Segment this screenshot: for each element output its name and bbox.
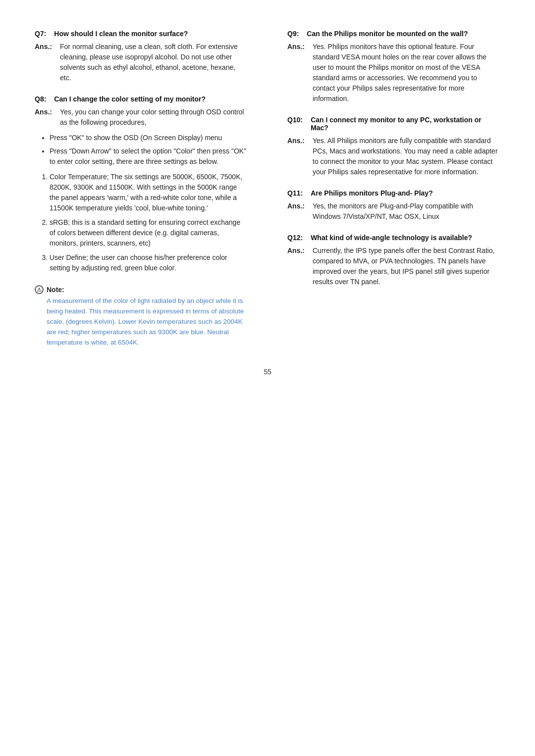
- q7-text: How should I clean the monitor surface?: [49, 30, 188, 38]
- note-text: A measurement of the color of light radi…: [47, 296, 248, 348]
- q9-label: Q9:: [287, 30, 299, 38]
- q8-block: Q8: Can I change the color setting of my…: [35, 95, 248, 273]
- q11-block: Q11: Are Philips monitors Plug-and- Play…: [287, 189, 500, 222]
- q8-ans-text: Yes, you can change your color setting t…: [55, 107, 248, 128]
- q12-question: Q12: What kind of wide-angle technology …: [287, 234, 500, 242]
- q9-ans-text: Yes. Philips monitors have this optional…: [308, 42, 500, 104]
- q11-ans-text: Yes, the monitors are Plug-and-Play comp…: [308, 201, 500, 222]
- two-column-layout: Q7: How should I clean the monitor surfa…: [35, 30, 500, 348]
- q7-ans-text: For normal cleaning, use a clean, soft c…: [55, 42, 248, 83]
- q11-question: Q11: Are Philips monitors Plug-and- Play…: [287, 189, 500, 197]
- q12-answer: Ans.: Currently, the IPS type panels off…: [287, 246, 500, 287]
- numbered-list: Color Temperature; The six settings are …: [50, 172, 248, 273]
- q9-ans-label: Ans.:: [287, 42, 305, 104]
- q10-text: Can I connect my monitor to any PC, work…: [306, 116, 500, 132]
- note-block: ⚠ Note: A measurement of the color of li…: [35, 285, 248, 348]
- note-label: Note:: [47, 286, 64, 294]
- q9-block: Q9: Can the Philips monitor be mounted o…: [287, 30, 500, 104]
- q7-question: Q7: How should I clean the monitor surfa…: [35, 30, 248, 38]
- numbered-item-1: Color Temperature; The six settings are …: [50, 172, 248, 213]
- numbered-item-2: sRGB; this is a standard setting for ens…: [50, 217, 248, 249]
- q10-label: Q10:: [287, 116, 303, 132]
- q9-question: Q9: Can the Philips monitor be mounted o…: [287, 30, 500, 38]
- q10-answer: Ans.: Yes. All Philips monitors are full…: [287, 136, 500, 177]
- q8-question: Q8: Can I change the color setting of my…: [35, 95, 248, 103]
- q12-block: Q12: What kind of wide-angle technology …: [287, 234, 500, 287]
- q12-label: Q12:: [287, 234, 303, 242]
- q11-label: Q11:: [287, 189, 303, 197]
- q8-label: Q8:: [35, 95, 46, 103]
- right-column: Q9: Can the Philips monitor be mounted o…: [277, 30, 500, 348]
- q7-label: Q7:: [35, 30, 46, 38]
- q8-answer: Ans.: Yes, you can change your color set…: [35, 107, 248, 128]
- q7-ans-label: Ans.:: [35, 42, 52, 83]
- q9-text: Can the Philips monitor be mounted on th…: [302, 30, 468, 38]
- q11-ans-label: Ans.:: [287, 201, 305, 222]
- q11-text: Are Philips monitors Plug-and- Play?: [306, 189, 433, 197]
- note-header: ⚠ Note:: [35, 285, 248, 294]
- q11-answer: Ans.: Yes, the monitors are Plug-and-Pla…: [287, 201, 500, 222]
- q9-answer: Ans.: Yes. Philips monitors have this op…: [287, 42, 500, 104]
- left-column: Q7: How should I clean the monitor surfa…: [35, 30, 258, 348]
- bullet-item-2: Press "Down Arrow" to select the option …: [50, 146, 248, 167]
- page-number: 55: [35, 368, 500, 376]
- q10-question: Q10: Can I connect my monitor to any PC,…: [287, 116, 500, 132]
- q12-ans-label: Ans.:: [287, 246, 305, 287]
- q7-answer: Ans.: For normal cleaning, use a clean, …: [35, 42, 248, 83]
- page-container: Q7: How should I clean the monitor surfa…: [0, 0, 535, 756]
- q12-text: What kind of wide-angle technology is av…: [306, 234, 472, 242]
- q12-ans-text: Currently, the IPS type panels offer the…: [308, 246, 500, 287]
- q8-text: Can I change the color setting of my mon…: [49, 95, 206, 103]
- note-icon: ⚠: [35, 285, 44, 294]
- q8-ans-label: Ans.:: [35, 107, 52, 128]
- bullet-item-1: Press "OK" to show the OSD (On Screen Di…: [50, 133, 248, 143]
- q10-ans-text: Yes. All Philips monitors are fully comp…: [308, 136, 500, 177]
- bullet-list: Press "OK" to show the OSD (On Screen Di…: [50, 133, 248, 167]
- numbered-item-3: User Define; the user can choose his/her…: [50, 252, 248, 273]
- q10-ans-label: Ans.:: [287, 136, 305, 177]
- q7-block: Q7: How should I clean the monitor surfa…: [35, 30, 248, 83]
- q10-block: Q10: Can I connect my monitor to any PC,…: [287, 116, 500, 177]
